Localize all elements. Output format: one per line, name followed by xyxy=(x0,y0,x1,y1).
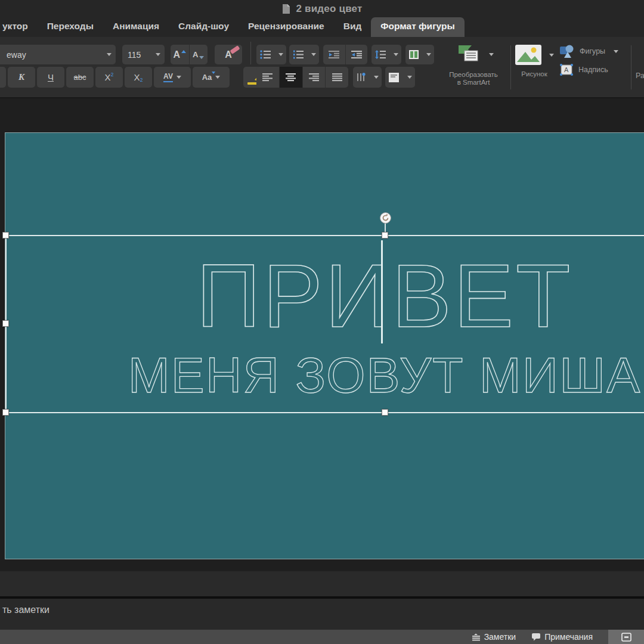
bold-button-partial[interactable] xyxy=(0,67,6,88)
tab-transitions[interactable]: Переходы xyxy=(38,17,103,37)
rotate-icon xyxy=(380,212,391,224)
tab-review[interactable]: Рецензирование xyxy=(239,17,334,37)
decrease-font-button[interactable]: A xyxy=(190,45,208,64)
chevron-down-icon xyxy=(177,76,181,79)
alignment-group xyxy=(256,67,348,88)
columns-icon xyxy=(408,49,419,60)
group-divider xyxy=(250,42,251,64)
insert-textbox-button[interactable]: A Надпись xyxy=(559,63,618,76)
align-text-button[interactable] xyxy=(385,67,415,88)
font-size-combo[interactable]: 115 xyxy=(122,45,165,64)
superscript-button[interactable]: X2 xyxy=(95,67,123,88)
textbox-icon: A xyxy=(559,63,574,76)
change-case-button[interactable]: Aa xyxy=(193,67,230,88)
chevron-down-icon xyxy=(107,53,112,56)
tab-view[interactable]: Вид xyxy=(334,17,371,37)
chevron-down-icon xyxy=(394,53,398,56)
notes-icon xyxy=(472,633,481,641)
increase-indent-button[interactable] xyxy=(346,45,368,64)
rotation-stem xyxy=(385,224,386,233)
font-name-combo[interactable]: eway xyxy=(0,45,116,64)
columns-button[interactable] xyxy=(405,45,434,64)
triangle-down-icon xyxy=(199,56,204,59)
notes-pane[interactable]: ть заметки xyxy=(0,599,644,630)
tab-shape-format[interactable]: Формат фигуры xyxy=(371,17,464,37)
tab-slideshow[interactable]: Слайд-шоу xyxy=(169,17,239,37)
comments-toggle[interactable]: Примечания xyxy=(531,632,593,642)
powerpoint-window: 2 видео цвет уктор Переходы Анимация Сла… xyxy=(0,0,644,644)
bullets-button[interactable] xyxy=(256,45,286,64)
comments-toggle-label: Примечания xyxy=(544,632,593,642)
chevron-down-icon xyxy=(407,76,412,79)
resize-handle-top-center[interactable] xyxy=(382,232,388,239)
justify-button[interactable] xyxy=(326,67,348,88)
indent-group xyxy=(323,45,367,64)
document-icon xyxy=(281,4,291,14)
status-bar: Заметки Примечания xyxy=(0,630,644,644)
font-size-value: 115 xyxy=(128,50,141,60)
selection-border-top[interactable] xyxy=(5,235,644,236)
chevron-down-icon xyxy=(549,54,554,57)
notes-toggle-label: Заметки xyxy=(484,632,516,642)
chevron-down-icon xyxy=(426,53,431,56)
selection-border-bottom[interactable] xyxy=(5,412,644,413)
vertical-align-icon xyxy=(388,72,400,83)
resize-handle-bottom-center[interactable] xyxy=(382,409,388,416)
line-spacing-icon xyxy=(374,49,386,60)
triangle-up-icon xyxy=(181,50,186,53)
font-size-stepper: A A xyxy=(171,45,208,64)
notes-toggle[interactable]: Заметки xyxy=(472,632,516,642)
resize-handle-top-left[interactable] xyxy=(2,232,9,239)
slide-canvas[interactable]: ПРИВЕТ МЕНЯ ЗОВУТ МИША xyxy=(5,132,644,559)
comments-icon xyxy=(531,633,541,641)
resize-handle-middle-left[interactable] xyxy=(2,320,9,327)
picture-label: Рисунок xyxy=(521,70,547,78)
align-right-button[interactable] xyxy=(303,67,326,88)
eraser-icon xyxy=(230,45,240,54)
slide-title-text[interactable]: ПРИВЕТ xyxy=(5,244,644,348)
justify-icon xyxy=(332,73,343,82)
align-center-button[interactable] xyxy=(280,67,303,88)
numbered-list-icon xyxy=(292,49,304,60)
convert-to-smartart-button[interactable]: Преобразовать в SmartArt xyxy=(438,43,509,86)
shapes-icon xyxy=(559,44,575,58)
indent-increase-icon xyxy=(351,50,363,59)
character-spacing-button[interactable]: AV xyxy=(154,67,191,88)
underline-button[interactable]: Ч xyxy=(37,67,64,88)
strikethrough-button[interactable]: abc xyxy=(66,67,94,88)
clear-formatting-button[interactable]: A xyxy=(215,45,242,64)
bulleted-list-icon xyxy=(259,49,271,60)
notes-splitter[interactable] xyxy=(0,571,644,596)
chevron-down-icon xyxy=(215,76,220,79)
tab-animation[interactable]: Анимация xyxy=(103,17,169,37)
smartart-label-line1: Преобразовать xyxy=(449,71,498,79)
chevron-down-icon xyxy=(156,53,160,56)
chevron-down-icon xyxy=(374,76,379,79)
shapes-button[interactable]: Фигуры xyxy=(559,44,618,58)
group-divider xyxy=(510,45,511,89)
numbering-button[interactable] xyxy=(289,45,319,64)
text-direction-button[interactable] xyxy=(353,67,382,88)
normal-view-icon xyxy=(621,633,631,642)
smartart-label-line2: в SmartArt xyxy=(449,79,498,86)
picture-icon xyxy=(515,44,542,66)
decrease-indent-button[interactable] xyxy=(323,45,346,64)
tab-constructor[interactable]: уктор xyxy=(0,17,38,37)
svg-text:A: A xyxy=(564,66,569,73)
insert-picture-button[interactable]: Рисунок xyxy=(516,44,553,78)
align-center-icon xyxy=(285,73,296,82)
rotation-handle[interactable] xyxy=(380,212,391,224)
slide-subtitle-text[interactable]: МЕНЯ ЗОВУТ МИША xyxy=(5,346,644,404)
textbox-label: Надпись xyxy=(578,66,608,74)
arrange-label-partial: Ра xyxy=(636,72,644,80)
window-title: 2 видео цвет xyxy=(296,3,362,15)
normal-view-button[interactable] xyxy=(608,630,644,644)
subscript-button[interactable]: X2 xyxy=(125,67,152,88)
font-name-value: eway xyxy=(0,50,26,60)
align-left-button[interactable] xyxy=(256,67,280,88)
resize-handle-bottom-left[interactable] xyxy=(2,409,9,416)
italic-button[interactable]: K xyxy=(8,67,35,88)
line-spacing-button[interactable] xyxy=(371,45,401,64)
notes-placeholder: ть заметки xyxy=(2,605,49,615)
increase-font-button[interactable]: A xyxy=(171,45,190,64)
